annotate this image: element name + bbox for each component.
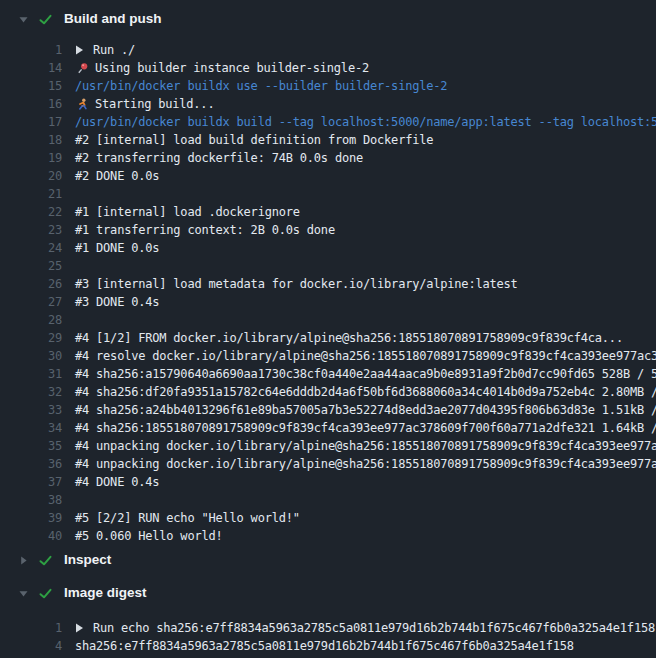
line-text: #2 transferring dockerfile: 74B 0.0s don… (75, 149, 363, 167)
line-number[interactable]: 23 (0, 221, 62, 239)
line-number[interactable]: 16 (0, 95, 62, 113)
section-header-image-digest[interactable]: Image digest (0, 580, 656, 606)
check-icon (38, 553, 53, 568)
line-text: Starting build... (75, 95, 214, 113)
line-content: #2 DONE 0.0s (75, 167, 159, 185)
line-number[interactable]: 1 (0, 619, 62, 637)
section-inspect: Inspect (0, 547, 656, 573)
log-line: 29#4 [1/2] FROM docker.io/library/alpine… (0, 329, 656, 347)
log-line: 36#4 unpacking docker.io/library/alpine@… (0, 455, 656, 473)
log-line: 35#4 unpacking docker.io/library/alpine@… (0, 437, 656, 455)
line-number[interactable]: 31 (0, 365, 62, 383)
log-line: 38 (0, 491, 656, 509)
line-number[interactable]: 14 (0, 59, 62, 77)
line-number[interactable]: 24 (0, 239, 62, 257)
line-number[interactable]: 29 (0, 329, 62, 347)
line-number[interactable]: 39 (0, 509, 62, 527)
line-number[interactable]: 21 (0, 185, 62, 203)
section-lines: 1Run ./14Using builder instance builder-… (0, 41, 656, 545)
line-number[interactable]: 22 (0, 203, 62, 221)
line-text: #2 [internal] load build definition from… (75, 131, 433, 149)
line-number[interactable]: 27 (0, 293, 62, 311)
line-text: #2 DONE 0.0s (75, 167, 159, 185)
section-header-build-and-push[interactable]: Build and push (0, 6, 656, 32)
line-number[interactable]: 20 (0, 167, 62, 185)
line-content: #1 transferring context: 2B 0.0s done (75, 221, 335, 239)
line-text: #4 sha256:185518070891758909c9f839cf4ca3… (75, 419, 656, 437)
line-number[interactable]: 37 (0, 473, 62, 491)
expander-icon[interactable] (75, 45, 84, 55)
line-content: #4 sha256:185518070891758909c9f839cf4ca3… (75, 419, 656, 437)
line-number[interactable]: 25 (0, 257, 62, 275)
chevron-right-icon (17, 554, 30, 567)
line-content: #4 sha256:a15790640a6690aa1730c38cf0a440… (75, 365, 656, 383)
line-number[interactable]: 35 (0, 437, 62, 455)
line-number[interactable]: 30 (0, 347, 62, 365)
line-content: #1 [internal] load .dockerignore (75, 203, 300, 221)
log-line: 21 (0, 185, 656, 203)
line-text: #4 unpacking docker.io/library/alpine@sh… (75, 455, 656, 473)
line-number[interactable]: 19 (0, 149, 62, 167)
log-line: 28 (0, 311, 656, 329)
line-text: #4 resolve docker.io/library/alpine@sha2… (75, 347, 656, 365)
line-number[interactable]: 34 (0, 419, 62, 437)
line-content: #4 unpacking docker.io/library/alpine@sh… (75, 455, 656, 473)
section-build-and-push: Build and push1Run ./14Using builder ins… (0, 6, 656, 545)
line-text: #1 [internal] load .dockerignore (75, 203, 300, 221)
line-number[interactable]: 4 (0, 637, 62, 655)
line-content: #3 DONE 0.4s (75, 293, 159, 311)
line-content: #3 [internal] load metadata for docker.i… (75, 275, 518, 293)
line-content: #4 unpacking docker.io/library/alpine@sh… (75, 437, 656, 455)
line-number[interactable]: 26 (0, 275, 62, 293)
log-line: 15/usr/bin/docker buildx use --builder b… (0, 77, 656, 95)
line-text: #4 sha256:a24bb4013296f61e89ba57005a7b3e… (75, 401, 656, 419)
line-number[interactable]: 36 (0, 455, 62, 473)
line-number[interactable]: 15 (0, 77, 62, 95)
line-number[interactable]: 17 (0, 113, 62, 131)
line-number[interactable]: 32 (0, 383, 62, 401)
line-content: #2 [internal] load build definition from… (75, 131, 433, 149)
line-number[interactable]: 18 (0, 131, 62, 149)
log-line: 27#3 DONE 0.4s (0, 293, 656, 311)
log-line: 14Using builder instance builder-single-… (0, 59, 656, 77)
line-number[interactable]: 33 (0, 401, 62, 419)
line-content: Run echo sha256:e7ff8834a5963a2785c5a081… (93, 619, 655, 637)
check-icon (38, 586, 53, 601)
line-text: #3 [internal] load metadata for docker.i… (75, 275, 518, 293)
line-content: #5 [2/2] RUN echo "Hello world!" (75, 509, 300, 527)
section-header-inspect[interactable]: Inspect (0, 547, 656, 573)
line-content: #4 sha256:df20fa9351a15782c64e6dddb2d4a6… (75, 383, 656, 401)
chevron-down-icon (17, 13, 30, 26)
line-number[interactable]: 28 (0, 311, 62, 329)
log-line: 39#5 [2/2] RUN echo "Hello world!" (0, 509, 656, 527)
line-content: /usr/bin/docker buildx build --tag local… (75, 113, 656, 131)
line-text: /usr/bin/docker buildx build --tag local… (75, 113, 656, 131)
log-line: 25 (0, 257, 656, 275)
line-text: #3 DONE 0.4s (75, 293, 159, 311)
log-line: 30#4 resolve docker.io/library/alpine@sh… (0, 347, 656, 365)
line-text: #5 0.060 Hello world! (75, 527, 223, 545)
chevron-down-icon (17, 587, 30, 600)
line-text: Run ./ (75, 41, 135, 59)
log-line: 4sha256:e7ff8834a5963a2785c5a0811e979d16… (0, 637, 656, 655)
line-content: #4 DONE 0.4s (75, 473, 159, 491)
line-content: #5 0.060 Hello world! (75, 527, 223, 545)
section-label: Inspect (64, 551, 111, 569)
section-label: Build and push (64, 10, 162, 28)
log-line: 31#4 sha256:a15790640a6690aa1730c38cf0a4… (0, 365, 656, 383)
runner-icon (75, 97, 89, 111)
expander-icon[interactable] (75, 623, 84, 633)
line-number[interactable]: 1 (0, 41, 62, 59)
line-content: #4 [1/2] FROM docker.io/library/alpine@s… (75, 329, 623, 347)
line-number[interactable]: 38 (0, 491, 62, 509)
line-text: Run echo sha256:e7ff8834a5963a2785c5a081… (75, 619, 655, 637)
line-content: Run ./ (93, 41, 135, 59)
line-number[interactable]: 40 (0, 527, 62, 545)
log-line: 16Starting build... (0, 95, 656, 113)
line-content: #2 transferring dockerfile: 74B 0.0s don… (75, 149, 363, 167)
log-line: 24#1 DONE 0.0s (0, 239, 656, 257)
section-label: Image digest (64, 584, 147, 602)
log-line: 19#2 transferring dockerfile: 74B 0.0s d… (0, 149, 656, 167)
log-line: 22#1 [internal] load .dockerignore (0, 203, 656, 221)
log-line: 18#2 [internal] load build definition fr… (0, 131, 656, 149)
